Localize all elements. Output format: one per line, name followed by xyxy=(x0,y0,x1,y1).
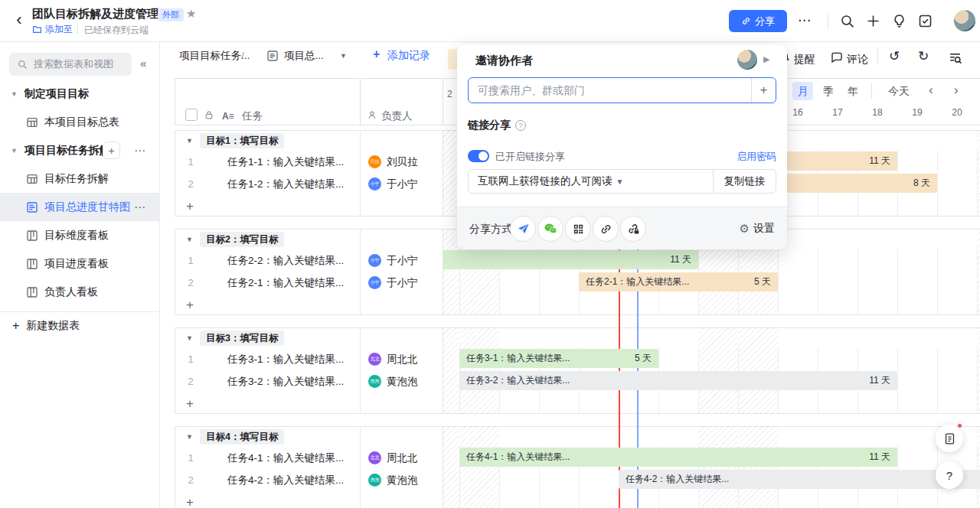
group-name-chip[interactable]: 目标3：填写目标 xyxy=(200,331,284,346)
add-collaborator-button[interactable]: + xyxy=(751,78,776,103)
share-wechat-button[interactable] xyxy=(537,216,564,242)
sidebar-item-项目进度看板[interactable]: 项目进度看板 xyxy=(0,249,160,278)
gantt-bar-任务3-1[interactable]: 任务3-1：输入关键结果...5 天 xyxy=(459,349,658,368)
back-button[interactable]: ‹ xyxy=(9,10,29,31)
add-record-plus-icon[interactable]: + xyxy=(373,47,380,61)
column-header-task[interactable]: 任务 xyxy=(242,107,263,125)
catalog-fab-button[interactable] xyxy=(936,425,963,452)
gear-icon: ⚙ xyxy=(740,222,750,236)
sidebar-section-0[interactable]: ▼制定项目目标 xyxy=(0,80,160,108)
star-icon[interactable]: ★ xyxy=(186,7,196,21)
divider xyxy=(77,24,78,34)
grid-line xyxy=(818,249,818,314)
owner-name-cell[interactable]: 黄泡泡 xyxy=(387,469,418,491)
group-collapse-icon[interactable]: ▼ xyxy=(186,236,193,243)
group-collapse-icon[interactable]: ▼ xyxy=(186,433,193,441)
owner-name-cell[interactable]: 于小宁 xyxy=(387,173,418,195)
section-caret-icon[interactable]: ▼ xyxy=(11,147,24,155)
user-avatar[interactable] xyxy=(954,10,975,31)
help-fab-button[interactable]: ? xyxy=(936,461,963,489)
task-title-cell[interactable]: 任务1-2：输入关键结果... xyxy=(227,173,361,195)
owner-name-cell[interactable]: 于小宁 xyxy=(387,272,418,294)
sidebar-item-本项目目标总表[interactable]: 本项目目标总表 xyxy=(0,108,160,136)
add-row-button[interactable]: + xyxy=(186,491,194,508)
gantt-bar-任务4-1[interactable]: 任务4-1：输入关键结果...11 天 xyxy=(459,448,897,467)
bar-title: 任务4-1：输入关键结果... xyxy=(466,448,570,467)
owner-name-cell[interactable]: 周北北 xyxy=(387,348,418,370)
share-copy-link-button[interactable] xyxy=(593,216,619,242)
sidebar-item-目标任务拆解[interactable]: 目标任务拆解 xyxy=(0,164,160,193)
owner-name-cell[interactable]: 刘贝拉 xyxy=(387,151,418,173)
sidebar-search-input[interactable]: 搜索数据表和视图 xyxy=(9,53,132,76)
section-caret-icon[interactable]: ▼ xyxy=(11,90,24,98)
group-collapse-icon[interactable]: ▼ xyxy=(186,137,193,145)
owner-name-cell[interactable]: 于小宁 xyxy=(387,249,418,272)
redo-icon[interactable]: ↻ xyxy=(918,48,929,64)
share-settings-button[interactable]: ⚙ 设置 xyxy=(740,222,775,236)
permission-select[interactable]: 互联网上获得链接的人可阅读▼ xyxy=(469,174,713,188)
gantt-bar-任务4-2[interactable]: 任务4-2：输入关键结果... xyxy=(619,470,980,489)
new-doc-icon[interactable] xyxy=(865,13,882,30)
lightbulb-icon[interactable] xyxy=(891,13,908,30)
breadcrumb-table[interactable]: 项目目标任务... xyxy=(179,47,250,64)
chevron-down-icon[interactable]: ▼ xyxy=(340,52,347,60)
link-share-toggle[interactable] xyxy=(468,150,489,162)
undo-icon[interactable]: ↺ xyxy=(889,48,900,64)
task-title-cell[interactable]: 任务1-1：输入关键结果... xyxy=(227,151,361,173)
owner-name-cell[interactable]: 黄泡泡 xyxy=(387,370,418,392)
help-icon[interactable]: ? xyxy=(515,120,526,131)
collaborator-avatar[interactable] xyxy=(737,50,757,70)
select-all-checkbox[interactable] xyxy=(185,109,198,121)
task-title-cell[interactable]: 任务4-2：输入关键结果... xyxy=(227,469,361,491)
task-title-cell[interactable]: 任务3-1：输入关键结果... xyxy=(227,348,361,370)
remind-button[interactable]: 提醒 xyxy=(794,53,815,67)
task-title-cell[interactable]: 任务2-1：输入关键结果... xyxy=(227,272,361,294)
group-name-chip[interactable]: 目标4：填写目标 xyxy=(200,429,284,444)
gantt-bar-任务2-1[interactable]: 任务2-1：输入关键结果...5 天 xyxy=(579,272,778,291)
breadcrumb-view[interactable]: 项目总... xyxy=(284,47,324,64)
notification-dot xyxy=(957,423,962,428)
external-badge: 外部 xyxy=(158,8,184,21)
add-row-button[interactable]: + xyxy=(186,392,194,415)
gantt-bar-任务2-2[interactable]: 任务2-2：输入关键结果...11 天 xyxy=(443,250,698,269)
new-table-button[interactable]: +新建数据表 xyxy=(0,312,160,340)
item-more-icon[interactable]: ⋯ xyxy=(134,200,146,214)
share-qrcode-button[interactable] xyxy=(565,216,591,242)
task-title-cell[interactable]: 任务2-2：输入关键结果... xyxy=(227,249,361,272)
share-secure-link-button[interactable] xyxy=(620,216,646,242)
task-title-cell[interactable]: 任务3-2：输入关键结果... xyxy=(227,370,361,392)
sidebar-section-1[interactable]: ▼项目目标任务拆解+⋯ xyxy=(0,136,160,164)
group-name-chip[interactable]: 目标1：填写目标 xyxy=(200,133,284,148)
todo-icon[interactable] xyxy=(917,13,934,30)
collaborator-search-input[interactable] xyxy=(469,84,751,96)
copy-link-button[interactable]: 复制链接 xyxy=(713,170,776,193)
expand-caret-icon[interactable]: ▶ xyxy=(763,54,769,64)
find-records-icon[interactable] xyxy=(948,50,962,65)
add-to-folder-button[interactable]: 添加至 xyxy=(32,23,73,36)
share-feishu-button[interactable] xyxy=(510,216,536,242)
sidebar-item-目标维度看板[interactable]: 目标维度看板 xyxy=(0,221,160,249)
more-menu-button[interactable]: ⋯ xyxy=(798,12,812,28)
sidebar-item-项目总进度甘特图[interactable]: 项目总进度甘特图⋯ xyxy=(0,193,160,221)
add-record-button[interactable]: 添加记录 xyxy=(387,49,430,63)
gantt-bar-任务3-2[interactable]: 任务3-2：输入关键结果...11 天 xyxy=(459,371,897,390)
add-row-button[interactable]: + xyxy=(186,195,194,217)
group-collapse-icon[interactable]: ▼ xyxy=(186,334,193,342)
share-dialog: 邀请协作者 ▶ + 链接分享 ? 已开启链接分享 启用密码 互联网上获得链接的人… xyxy=(457,44,787,249)
add-view-button[interactable]: + xyxy=(103,142,120,159)
section-more-icon[interactable]: ⋯ xyxy=(134,144,146,158)
collapse-sidebar-icon[interactable]: « xyxy=(140,57,146,70)
task-title-cell[interactable]: 任务4-1：输入关键结果... xyxy=(227,447,361,469)
comment-icon[interactable] xyxy=(830,50,844,64)
enable-password-link[interactable]: 启用密码 xyxy=(737,150,776,164)
collaborator-search-box: + xyxy=(468,77,776,103)
search-icon[interactable] xyxy=(839,13,856,30)
add-row-button[interactable]: + xyxy=(186,294,194,316)
column-header-owner[interactable]: 负责人 xyxy=(381,107,413,125)
comment-button[interactable]: 评论 xyxy=(847,53,868,67)
share-button[interactable]: 分享 xyxy=(729,10,787,32)
sidebar-item-负责人看板[interactable]: 负责人看板 xyxy=(0,278,160,306)
owner-name-cell[interactable]: 周北北 xyxy=(387,447,418,469)
group-name-chip[interactable]: 目标2：填写目标 xyxy=(200,232,284,247)
grid-line xyxy=(977,249,978,314)
